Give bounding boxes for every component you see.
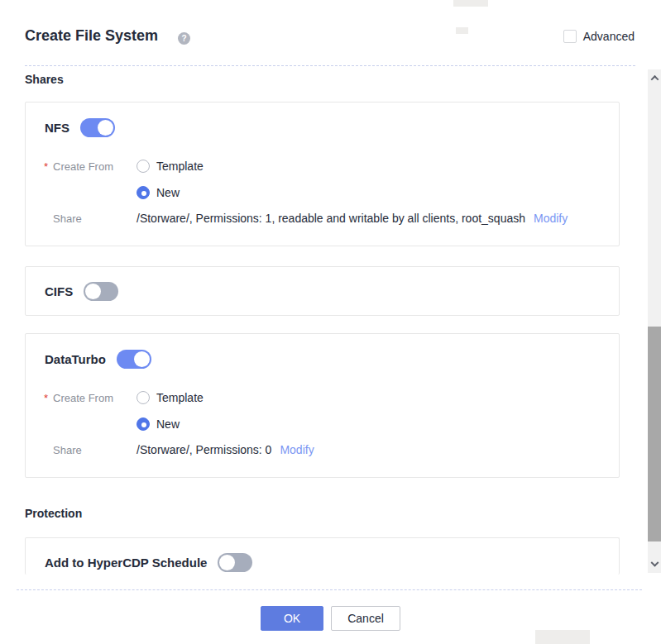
artifact-block — [456, 27, 468, 34]
required-marker: * — [44, 160, 50, 173]
cifs-toggle[interactable] — [84, 282, 118, 301]
protection-heading: Protection — [25, 507, 82, 520]
required-marker: * — [44, 392, 50, 404]
nfs-share-value: /Storware/, Permissions: 1, readable and… — [137, 212, 525, 225]
dataturbo-share-value: /Storware/, Permissions: 0 — [137, 443, 271, 456]
help-icon[interactable]: ? — [178, 32, 190, 45]
cifs-label: CIFS — [45, 284, 73, 298]
dataturbo-radio-template[interactable]: Template — [137, 391, 204, 404]
chevron-down-icon — [650, 558, 659, 566]
nfs-modify-link[interactable]: Modify — [534, 212, 568, 225]
advanced-option: Advanced — [563, 30, 635, 43]
dataturbo-modify-link[interactable]: Modify — [280, 443, 314, 456]
toggle-knob — [85, 284, 101, 299]
scrollbar[interactable] — [648, 69, 661, 573]
nfs-card: NFS * Create From Template New * Share /… — [25, 102, 620, 246]
toggle-knob — [98, 120, 113, 136]
artifact-block — [535, 630, 590, 644]
hypercdp-label: Add to HyperCDP Schedule — [45, 556, 207, 570]
share-label: Share — [53, 444, 82, 456]
page-title: Create File System — [25, 27, 158, 45]
radio-label[interactable]: New — [156, 186, 180, 199]
radio-icon-selected[interactable] — [137, 417, 150, 431]
shares-heading: Shares — [25, 73, 64, 86]
nfs-radio-template[interactable]: Template — [137, 160, 204, 173]
advanced-checkbox[interactable] — [563, 30, 577, 43]
artifact-block — [453, 0, 488, 7]
hypercdp-toggle[interactable] — [218, 553, 252, 572]
toggle-knob — [219, 555, 235, 570]
radio-label[interactable]: Template — [156, 160, 204, 173]
radio-label[interactable]: New — [156, 417, 180, 431]
radio-icon[interactable] — [137, 160, 150, 173]
dataturbo-card: DataTurbo * Create From Template New * S… — [25, 333, 620, 478]
nfs-radio-new[interactable]: New — [137, 186, 180, 199]
share-label: Share — [53, 212, 82, 225]
radio-icon-selected[interactable] — [137, 186, 150, 199]
cifs-card: CIFS — [25, 266, 620, 316]
scroll-down-arrow[interactable] — [648, 558, 661, 571]
cancel-button[interactable]: Cancel — [331, 606, 400, 631]
hypercdp-card: Add to HyperCDP Schedule — [25, 537, 620, 575]
radio-icon[interactable] — [137, 391, 150, 404]
radio-label[interactable]: Template — [156, 391, 204, 404]
create-from-label: Create From — [53, 392, 113, 404]
divider — [17, 589, 642, 590]
chevron-up-icon — [650, 74, 659, 83]
dataturbo-toggle[interactable] — [117, 350, 151, 369]
divider — [25, 65, 635, 66]
scroll-up-arrow[interactable] — [648, 71, 661, 84]
nfs-toggle[interactable] — [80, 118, 115, 137]
create-from-label: Create From — [53, 160, 113, 173]
dataturbo-label: DataTurbo — [45, 352, 106, 366]
ok-button[interactable]: OK — [261, 606, 323, 631]
advanced-label[interactable]: Advanced — [583, 30, 635, 43]
dataturbo-radio-new[interactable]: New — [137, 417, 180, 431]
nfs-label: NFS — [45, 121, 69, 135]
toggle-knob — [134, 351, 150, 367]
scrollbar-thumb[interactable] — [648, 327, 661, 541]
